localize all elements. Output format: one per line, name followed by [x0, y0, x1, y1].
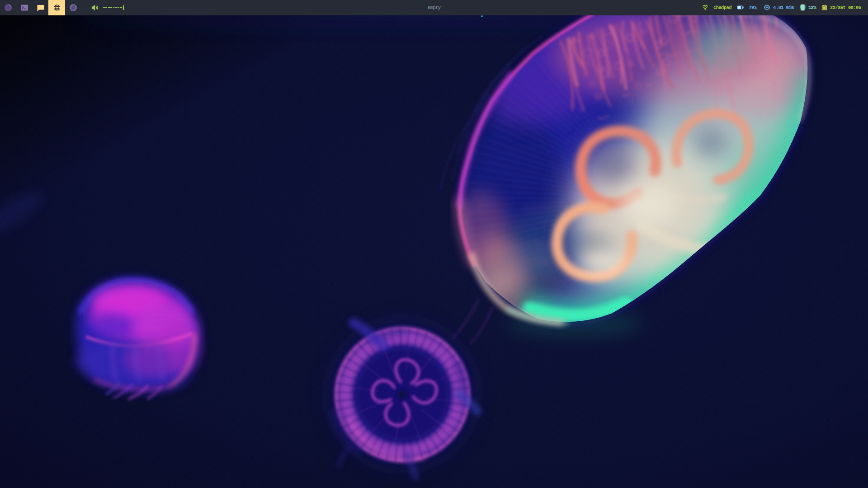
svg-text:@: @ [71, 5, 75, 11]
